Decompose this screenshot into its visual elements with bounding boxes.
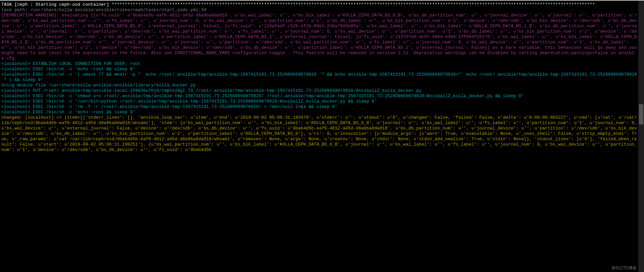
exec-rm-line: <localhost> EXEC /bin/sh -c 'rm -f -r /r… (1, 104, 338, 109)
scrollbar-thumb[interactable] (639, 104, 643, 124)
put-file-line: <localhost> PUT /root/.ansible/tmp/ansib… (1, 88, 421, 93)
task-header-line: TASK [ceph : Starting ceph-osd container… (1, 2, 595, 7)
terminal-output[interactable]: TASK [ceph : Starting ceph-osd container… (0, 1, 638, 272)
task-path-line: task path: /usr/share/kolla-ansible/ansi… (1, 7, 206, 12)
exec-chmod-line: <localhost> EXEC /bin/sh -c 'chmod u+x /… (1, 93, 524, 99)
vertical-scrollbar[interactable] (638, 1, 644, 272)
exec-echo-root-line-2: <localhost> EXEC /bin/sh -c 'echo ~root … (1, 110, 135, 115)
establish-connection-line: <localhost> ESTABLISH LOCAL CONNECTION F… (1, 61, 140, 66)
exec-echo-root-line-1: <localhost> EXEC /bin/sh -c 'echo ~root … (1, 67, 135, 72)
using-module-line: Using module file /usr/share/kolla-ansib… (1, 83, 196, 88)
exec-mkdir-line: <localhost> EXEC /bin/sh -c '( umask 77 … (1, 72, 638, 82)
exec-python-line: <localhost> EXEC /bin/sh -c '/usr/bin/py… (1, 99, 377, 104)
deprecation-warning-block: [DEPRECATION WARNING]: evaluating [{u'fs… (1, 13, 638, 61)
changed-output-block: changed: [localhost] => (item=[{'stderr_… (1, 115, 638, 152)
window-top-border (0, 0, 644, 1)
